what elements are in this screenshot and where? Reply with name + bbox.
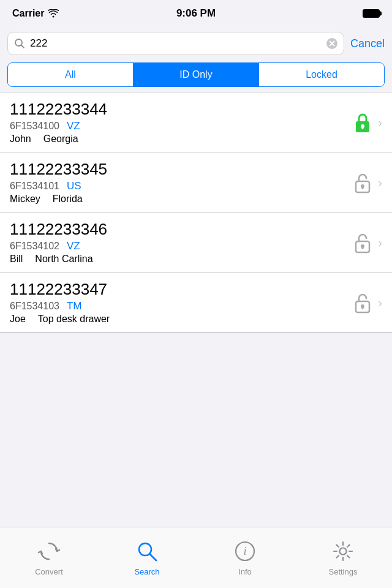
chevron-right-icon: ›	[378, 296, 382, 309]
search-label: Search	[134, 567, 159, 576]
item-id: 6F1534100	[10, 121, 59, 132]
svg-rect-10	[362, 186, 364, 189]
item-row3: John Georgia	[10, 134, 349, 145]
status-bar: Carrier 9:06 PM	[0, 0, 392, 27]
lock-icon-wrap	[353, 111, 372, 134]
item-name: Joe	[10, 314, 26, 325]
chevron-right-icon: ›	[378, 176, 382, 189]
list-item-content: 11122233347 6F1534103 TM Joe Top desk dr…	[10, 280, 349, 325]
item-name: Bill	[10, 254, 23, 265]
item-location: North Carlina	[35, 254, 92, 265]
segment-all[interactable]: All	[8, 63, 134, 86]
status-right	[363, 9, 380, 18]
item-name: John	[10, 134, 31, 145]
list: 11122233344 6F1534100 VZ John Georgia	[0, 92, 392, 333]
item-row3: Mickey Florida	[10, 194, 349, 205]
search-input[interactable]	[30, 37, 322, 50]
item-row2: 6F1534102 VZ	[10, 240, 349, 252]
item-right: ›	[353, 111, 382, 134]
item-carrier: VZ	[67, 240, 80, 252]
item-carrier: US	[67, 180, 81, 192]
item-carrier: TM	[67, 300, 82, 312]
item-id: 6F1534103	[10, 301, 59, 312]
svg-point-17	[139, 543, 151, 556]
item-carrier: VZ	[67, 120, 80, 132]
status-time: 9:06 PM	[176, 7, 216, 20]
search-tab-icon	[135, 539, 159, 564]
carrier-label: Carrier	[12, 8, 59, 19]
item-right: ›	[353, 172, 382, 194]
lock-closed-icon	[353, 111, 372, 134]
item-number: 11122233347	[10, 280, 349, 299]
info-icon: i	[233, 539, 257, 564]
svg-line-1	[21, 45, 24, 48]
svg-rect-16	[362, 306, 364, 309]
svg-rect-7	[362, 126, 364, 129]
svg-point-21	[340, 548, 347, 555]
item-row3: Bill North Carlina	[10, 254, 349, 265]
item-row2: 6F1534103 TM	[10, 300, 349, 312]
list-item-content: 11122233344 6F1534100 VZ John Georgia	[10, 100, 349, 145]
list-item[interactable]: 11122233346 6F1534102 VZ Bill North Carl…	[0, 213, 392, 273]
svg-line-18	[150, 554, 156, 560]
tab-convert[interactable]: Convert	[12, 539, 86, 576]
tab-info[interactable]: i Info	[208, 539, 282, 576]
svg-line-28	[347, 545, 350, 548]
clear-icon[interactable]	[326, 38, 337, 49]
item-name: Mickey	[10, 194, 40, 205]
item-location: Georgia	[43, 134, 78, 145]
item-row2: 6F1534100 VZ	[10, 120, 349, 132]
item-number: 11122233346	[10, 220, 349, 239]
search-bar: Cancel	[0, 27, 392, 60]
item-id: 6F1534102	[10, 241, 59, 252]
cancel-button[interactable]: Cancel	[350, 37, 385, 50]
svg-text:i: i	[243, 545, 246, 557]
item-row2: 6F1534101 US	[10, 180, 349, 192]
convert-icon	[37, 539, 61, 564]
svg-line-29	[337, 556, 339, 558]
svg-line-26	[337, 545, 339, 548]
segment-control: All ID Only Locked	[7, 62, 385, 87]
svg-line-27	[347, 556, 350, 558]
item-number: 11122233344	[10, 100, 349, 119]
tab-search[interactable]: Search	[110, 539, 184, 576]
settings-label: Settings	[329, 567, 358, 576]
item-location: Florida	[53, 194, 83, 205]
chevron-right-icon: ›	[378, 236, 382, 249]
settings-icon	[331, 539, 355, 564]
item-right: ›	[353, 232, 382, 254]
lock-open-icon	[353, 232, 372, 254]
lock-icon-wrap	[353, 292, 372, 314]
svg-rect-13	[362, 246, 364, 249]
item-row3: Joe Top desk drawer	[10, 314, 349, 325]
lock-open-icon	[353, 172, 372, 194]
segment-id-only[interactable]: ID Only	[134, 63, 259, 86]
info-label: Info	[238, 567, 252, 576]
item-right: ›	[353, 292, 382, 314]
battery-icon	[363, 9, 380, 18]
tab-bar: Convert Search i Info	[0, 527, 392, 588]
list-item-content: 11122233346 6F1534102 VZ Bill North Carl…	[10, 220, 349, 265]
lock-icon-wrap	[353, 232, 372, 254]
convert-label: Convert	[35, 567, 63, 576]
wifi-icon	[48, 9, 59, 18]
tab-settings[interactable]: Settings	[306, 539, 380, 576]
chevron-right-icon: ›	[378, 116, 382, 129]
item-number: 11122233345	[10, 160, 349, 179]
search-input-wrap	[7, 32, 344, 55]
segment-locked[interactable]: Locked	[259, 63, 384, 86]
list-item[interactable]: 11122233344 6F1534100 VZ John Georgia	[0, 92, 392, 153]
list-item[interactable]: 11122233345 6F1534101 US Mickey Florida	[0, 153, 392, 213]
item-location: Top desk drawer	[38, 314, 110, 325]
item-id: 6F1534101	[10, 181, 59, 192]
lock-icon-wrap	[353, 172, 372, 194]
list-item[interactable]: 11122233347 6F1534103 TM Joe Top desk dr…	[0, 273, 392, 333]
list-item-content: 11122233345 6F1534101 US Mickey Florida	[10, 160, 349, 205]
search-icon	[14, 38, 25, 49]
lock-open-icon	[353, 292, 372, 314]
